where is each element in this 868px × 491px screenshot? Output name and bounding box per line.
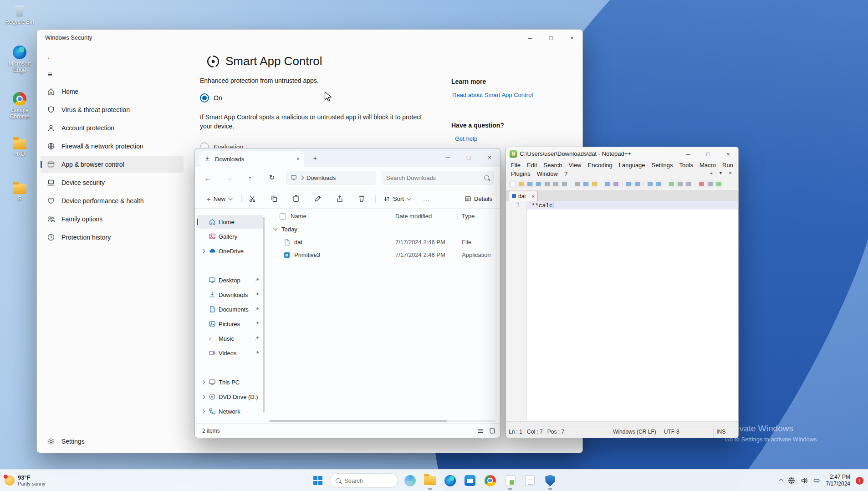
expand-chevron-icon[interactable] <box>201 409 205 414</box>
horizontal-scrollbar[interactable] <box>269 420 495 422</box>
record-macro-icon[interactable] <box>698 180 705 188</box>
save-icon[interactable] <box>526 180 534 188</box>
battery-icon[interactable] <box>813 477 821 484</box>
code-line[interactable]: **calc <box>531 202 553 209</box>
play-macro-icon[interactable] <box>715 180 723 188</box>
nav-this-pc[interactable]: This PC <box>197 375 263 389</box>
list-view-toggle[interactable] <box>476 427 485 435</box>
minimize-button[interactable]: ─ <box>520 30 541 46</box>
menu-encoding[interactable]: Encoding <box>585 162 616 169</box>
new-tab-button[interactable]: + <box>310 152 321 163</box>
search-input[interactable] <box>386 174 473 181</box>
cut-button[interactable] <box>246 192 259 205</box>
collapse-chevron-icon[interactable] <box>273 226 278 230</box>
menu-view[interactable]: View <box>566 162 585 169</box>
network-icon[interactable] <box>788 477 795 484</box>
nav-network[interactable]: Network <box>197 404 263 418</box>
sidebar-item-home[interactable]: Home <box>41 83 184 100</box>
show-all-chars-icon[interactable] <box>676 180 684 188</box>
sidebar-item-virus-threat-protection[interactable]: Virus & threat protection <box>41 102 184 118</box>
sidebar-item-settings[interactable]: Settings <box>41 433 184 450</box>
maximize-button[interactable]: □ <box>698 147 718 161</box>
get-help-link[interactable]: Get help <box>455 135 477 142</box>
up-button[interactable]: ↑ <box>244 172 256 184</box>
nav-dvd-drive[interactable]: DVD Drive (D:) C <box>197 390 263 404</box>
nav-desktop[interactable]: Desktop <box>197 273 263 287</box>
menu-edit[interactable]: Edit <box>524 162 540 169</box>
notepad-button[interactable] <box>522 471 538 491</box>
undo-icon[interactable] <box>603 180 611 188</box>
widgets-button[interactable] <box>402 471 418 491</box>
sidebar-item-device-security[interactable]: Device security <box>41 174 184 191</box>
sidebar-item-firewall-network-protection[interactable]: Firewall & network protection <box>41 138 184 154</box>
save-all-icon[interactable] <box>535 180 542 188</box>
stop-macro-icon[interactable] <box>706 180 714 188</box>
tab-close-icon[interactable]: × <box>296 156 300 162</box>
menu-settings[interactable]: Settings <box>648 162 676 169</box>
expand-chevron-icon[interactable] <box>201 394 205 399</box>
address-bar[interactable]: Downloads <box>286 171 376 184</box>
title-bar[interactable] <box>37 30 582 46</box>
copy-button[interactable] <box>268 192 281 205</box>
sidebar-item-device-performance-health[interactable]: Device performance & health <box>41 193 184 209</box>
refresh-button[interactable]: ↻ <box>266 172 278 184</box>
menu-macro[interactable]: Macro <box>696 162 719 169</box>
maximize-button[interactable]: □ <box>458 148 479 166</box>
close-button[interactable]: × <box>718 147 738 161</box>
column-name[interactable]: Name <box>291 213 306 220</box>
close-button[interactable]: × <box>562 30 582 46</box>
read-about-link[interactable]: Read about Smart App Control <box>452 92 533 98</box>
sidebar-item-family-options[interactable]: Family options <box>41 211 184 227</box>
zoom-out-icon[interactable] <box>655 180 663 188</box>
minimize-button[interactable]: ─ <box>437 148 458 166</box>
menu-run[interactable]: Run <box>719 162 736 169</box>
open-file-icon[interactable] <box>517 180 525 188</box>
store-button[interactable] <box>462 471 478 491</box>
sort-button[interactable]: Sort <box>380 192 414 205</box>
menu-help[interactable]: ? <box>561 170 571 177</box>
radio-on-icon[interactable] <box>200 93 209 102</box>
menu-file[interactable]: File <box>508 162 524 169</box>
minimize-button[interactable]: ─ <box>678 147 698 161</box>
menu-language[interactable]: Language <box>616 162 648 169</box>
nav-documents[interactable]: Documents <box>197 302 263 316</box>
word-wrap-icon[interactable] <box>668 180 675 188</box>
menu-window[interactable]: Window <box>534 170 561 177</box>
print-icon[interactable] <box>561 180 568 188</box>
rename-button[interactable] <box>311 192 324 205</box>
column-type[interactable]: Type <box>462 213 475 220</box>
share-button[interactable] <box>333 192 346 205</box>
sidebar-scrollbar[interactable] <box>263 217 265 413</box>
editor-area[interactable]: 1 **calc <box>506 201 738 421</box>
taskbar-search[interactable] <box>330 473 398 488</box>
close-button[interactable]: × <box>479 148 500 166</box>
nav-onedrive[interactable]: OneDrive <box>197 244 263 258</box>
back-button[interactable]: ← <box>202 172 214 184</box>
thumbnail-view-toggle[interactable] <box>488 427 496 435</box>
details-button[interactable]: Details <box>461 192 496 205</box>
explorer-tab-downloads[interactable]: Downloads × <box>199 151 304 167</box>
desktop-icon-s[interactable]: S <box>2 180 37 202</box>
document-tab-dat[interactable]: dat × <box>509 191 538 201</box>
desktop-icon-hxd[interactable]: HxD <box>2 136 37 158</box>
scrollbar-thumb[interactable] <box>270 420 447 422</box>
notification-badge[interactable]: 1 <box>856 477 863 485</box>
dropdown-arrow-icon[interactable]: ▼ <box>719 171 723 175</box>
expand-chevron-icon[interactable] <box>201 249 205 253</box>
forward-button[interactable]: → <box>223 172 235 184</box>
expand-chevron-icon[interactable] <box>201 380 205 384</box>
close-file-icon[interactable] <box>543 180 551 188</box>
menu-plugins[interactable]: Plugins <box>508 170 534 177</box>
clock[interactable]: 2:47 PM 7/17/2024 <box>826 474 850 487</box>
maximize-button[interactable]: □ <box>541 30 562 46</box>
desktop-icon-microsoft-edge[interactable]: Microsoft Edge <box>2 46 37 74</box>
tab-close-icon[interactable]: × <box>532 194 535 199</box>
nav-downloads[interactable]: Downloads <box>197 288 263 302</box>
close-icon[interactable]: × <box>729 170 732 176</box>
copy-icon[interactable] <box>582 180 590 188</box>
nav-pictures[interactable]: Pictures <box>197 317 263 331</box>
nav-home[interactable]: Home <box>197 215 263 229</box>
new-button[interactable]: + New <box>203 192 235 205</box>
plus-icon[interactable]: + <box>710 170 713 176</box>
cut-icon[interactable] <box>573 180 581 188</box>
